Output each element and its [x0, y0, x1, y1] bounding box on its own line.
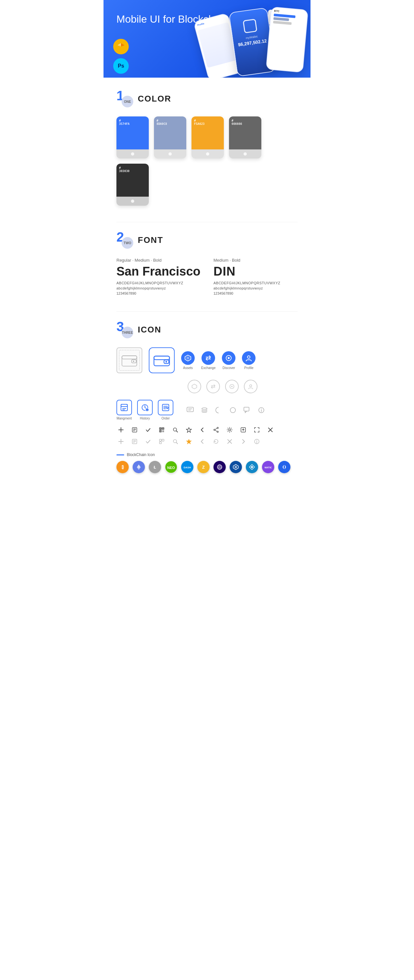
icon-profile[interactable]: Profile [242, 351, 256, 370]
blockchain-label-row: BlockChain Icon [116, 452, 298, 457]
color-section-number: 1 ONE [116, 91, 132, 107]
share-icon[interactable] [212, 425, 221, 434]
btc-icon[interactable]: ₿ [116, 461, 129, 473]
zcash-icon[interactable]: Z [197, 461, 210, 473]
svg-text:Ł: Ł [154, 465, 156, 469]
color-card-gray: #666666 [229, 116, 261, 159]
svg-rect-8 [154, 356, 169, 366]
circle-icon [228, 405, 238, 415]
neo-icon[interactable]: NEO [165, 461, 177, 473]
phone2-content: myWallet $6,297,502.12 [229, 8, 272, 51]
list-icon[interactable] [130, 425, 139, 434]
upload-icon[interactable] [239, 425, 248, 434]
dash-icon[interactable]: DASH [181, 461, 193, 473]
wallet-icon-filled [149, 347, 175, 373]
svg-text:₿: ₿ [122, 465, 124, 469]
info-icon-gray [252, 437, 261, 446]
svg-point-101 [251, 466, 253, 468]
plus-icon-gray [116, 437, 126, 446]
color-swatch-dark: #303030 [116, 164, 149, 197]
search-icon-gray [171, 437, 180, 446]
action-icons-row: Mangment ! History [116, 400, 298, 420]
profile-icon-filled [242, 351, 256, 365]
eth-icon[interactable] [132, 461, 145, 473]
star-icon[interactable] [184, 425, 193, 434]
svg-rect-4 [122, 356, 137, 366]
color-footer-blue [116, 150, 149, 159]
ltc-icon[interactable]: Ł [149, 461, 161, 473]
phone3-bar2 [273, 17, 289, 21]
list-icon-gray [130, 437, 139, 446]
check-icon-gray [143, 437, 153, 446]
phone3-bar3 [273, 21, 291, 25]
assets-icon-outline [188, 380, 201, 393]
stratis-icon[interactable] [246, 461, 258, 473]
colors-grid: #3574FA #8DA0C8 #F5A623 #666666 [116, 116, 298, 206]
icon-exchange[interactable]: Exchange [201, 351, 215, 370]
matic-svg: MATIC [264, 463, 272, 471]
net-svg [216, 463, 223, 471]
wallet-icon-wireframe [116, 347, 142, 373]
speech-icon [242, 405, 252, 415]
nav-icons-outline-row [116, 380, 298, 393]
svg-line-63 [215, 428, 217, 430]
font-din-name: DIN [213, 264, 298, 278]
font-sf-block: Regular · Medium · Bold San Francisco AB… [116, 258, 201, 295]
svg-point-15 [228, 357, 230, 359]
profile-outline-svg [248, 383, 253, 390]
phone-mockups: Profile myWallet $6,297,502.12 BTC [201, 6, 310, 78]
icon-section-number: 3 THREE [116, 321, 132, 338]
star-icon-active[interactable] [184, 437, 193, 446]
assets-svg [184, 355, 191, 361]
plus-icon[interactable] [116, 425, 126, 434]
color-swatch-gray-blue: #8DA0C8 [154, 116, 186, 150]
svg-text:!: ! [147, 409, 148, 411]
font-section-number: 2 TWO [116, 232, 132, 248]
scan-icon[interactable] [252, 425, 261, 434]
font-sf-styles: Regular · Medium · Bold [116, 258, 201, 262]
icon-history[interactable]: ! History [137, 400, 153, 420]
font-sf-name: San Francisco [116, 264, 201, 278]
dot-icon[interactable] [278, 461, 290, 473]
svg-rect-9 [154, 356, 169, 360]
search-icon[interactable] [171, 425, 180, 434]
profile-label: Profile [244, 366, 253, 370]
exchange-outline-svg [210, 383, 216, 390]
svg-point-7 [133, 361, 134, 362]
icon-order[interactable]: Order [158, 400, 174, 420]
check-icon[interactable] [143, 425, 153, 434]
svg-text:Z: Z [202, 465, 205, 469]
divider-2 [116, 312, 298, 312]
exchange-label: Exchange [201, 366, 215, 370]
icon-management[interactable]: Mangment [116, 400, 132, 420]
settings-icon[interactable] [225, 425, 234, 434]
exchange-svg [205, 355, 212, 361]
discover-icon-filled [222, 351, 236, 365]
forward-icon-gray [239, 437, 248, 446]
font-din-styles: Medium · Bold [213, 258, 298, 262]
icon-discover[interactable]: Discover [222, 351, 236, 370]
wallet-filled-svg [153, 353, 170, 367]
back-icon[interactable] [198, 425, 207, 434]
lisk-icon[interactable] [230, 461, 242, 473]
icon-assets[interactable]: Assets [181, 351, 195, 370]
svg-marker-100 [234, 466, 237, 468]
svg-rect-5 [122, 356, 137, 359]
close-icon[interactable] [266, 425, 275, 434]
matic-icon[interactable]: MATIC [262, 461, 274, 473]
qr-icon[interactable] [157, 425, 166, 434]
color-section-header: 1 ONE COLOR [116, 91, 298, 107]
color-card-dark: #303030 [116, 164, 149, 206]
svg-rect-22 [121, 404, 127, 407]
back-icon-gray [198, 437, 207, 446]
management-svg [120, 403, 128, 412]
svg-point-60 [217, 427, 218, 428]
net-icon[interactable] [213, 461, 226, 473]
svg-point-19 [231, 386, 232, 387]
color-dot-blue [131, 152, 134, 156]
assets-label: Assets [183, 366, 193, 370]
management-icon-big [116, 400, 132, 415]
blockchain-line [116, 454, 124, 455]
history-icon-big: ! [137, 400, 153, 415]
svg-point-40 [261, 409, 262, 409]
